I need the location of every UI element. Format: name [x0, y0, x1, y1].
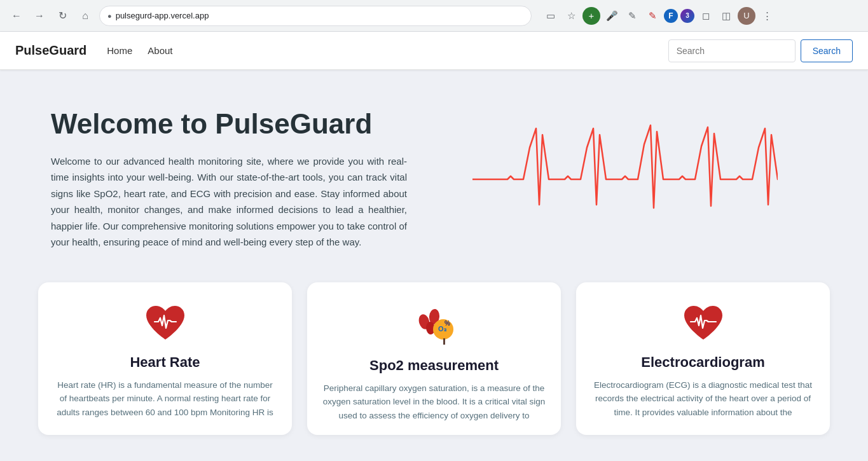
heart-rate-card: Heart Rate Heart rate (HR) is a fundamen… [38, 282, 292, 436]
sidebar-icon[interactable]: ◫ [717, 7, 735, 25]
add-extension-icon[interactable]: + [582, 7, 600, 25]
ecg-description: Electrocardiogram (ECG) is a diagnostic … [591, 378, 815, 420]
menu-icon[interactable]: ⋮ [758, 7, 776, 25]
spo2-title: Spo2 measurement [369, 357, 499, 374]
reload-button[interactable]: ↻ [53, 7, 71, 25]
cast-icon[interactable]: ▭ [542, 7, 560, 25]
highlight-icon[interactable]: ✎ [644, 7, 661, 25]
mic-icon[interactable]: 🎤 [603, 7, 621, 25]
app-wrapper: PulseGuard Home About Search Welcome to … [0, 32, 868, 461]
navbar-links: Home About [107, 45, 668, 56]
hero-description: Welcome to our advanced health monitorin… [51, 153, 407, 251]
navbar-brand: PulseGuard [15, 43, 86, 58]
extension-f-icon[interactable]: F [664, 9, 678, 23]
ecg-icon-area [681, 303, 726, 344]
navbar-search: Search [668, 39, 853, 62]
nav-about[interactable]: About [148, 45, 172, 56]
ecg-svg [472, 116, 778, 243]
cards-section: Heart Rate Heart rate (HR) is a fundamen… [0, 276, 868, 448]
svg-rect-6 [443, 338, 445, 345]
puzzle-icon[interactable]: ◻ [697, 7, 715, 25]
browser-chrome: ← → ↻ ⌂ ● pulsegurd-app.vercel.app ▭ ☆ +… [0, 0, 868, 32]
search-input[interactable] [668, 39, 796, 62]
ecg-card: Electrocardiogram Electrocardiogram (ECG… [576, 282, 830, 436]
home-button[interactable]: ⌂ [76, 7, 94, 25]
nav-home[interactable]: Home [107, 45, 132, 56]
heart-rate-icon [143, 303, 188, 344]
spo2-icon: O₂ % [410, 303, 458, 347]
forward-button[interactable]: → [31, 7, 48, 25]
svg-text:%: % [444, 320, 450, 327]
favicon-icon: ● [107, 12, 112, 20]
pen-icon[interactable]: ✎ [623, 7, 641, 25]
search-button[interactable]: Search [801, 39, 853, 62]
heart-rate-icon-area [143, 303, 188, 344]
hero-content: Welcome to PulseGuard Welcome to our adv… [51, 108, 407, 251]
spo2-icon-area: O₂ % [410, 303, 458, 347]
ecg-icon [681, 303, 726, 344]
hero-title: Welcome to PulseGuard [51, 108, 407, 141]
bookmark-icon[interactable]: ☆ [562, 7, 580, 25]
profile-avatar[interactable]: U [738, 7, 755, 25]
toolbar-icons: ▭ ☆ + 🎤 ✎ ✎ F 3 ◻ ◫ U ⋮ [542, 7, 776, 25]
ecg-title: Electrocardiogram [641, 354, 764, 371]
heart-rate-description: Heart rate (HR) is a fundamental measure… [53, 378, 277, 420]
hero-section: Welcome to PulseGuard Welcome to our adv… [0, 70, 868, 276]
navbar: PulseGuard Home About Search [0, 32, 868, 70]
extension-avatar-icon[interactable]: 3 [680, 9, 694, 23]
spo2-description: Peripheral capillary oxygen saturation, … [322, 382, 546, 423]
spo2-card: O₂ % Spo2 measurement Peripheral capilla… [307, 282, 561, 436]
heart-rate-title: Heart Rate [130, 354, 200, 371]
url-text: pulsegurd-app.vercel.app [116, 11, 209, 20]
ecg-visualization [432, 116, 817, 243]
back-button[interactable]: ← [8, 7, 25, 25]
address-bar[interactable]: ● pulsegurd-app.vercel.app [99, 6, 532, 26]
